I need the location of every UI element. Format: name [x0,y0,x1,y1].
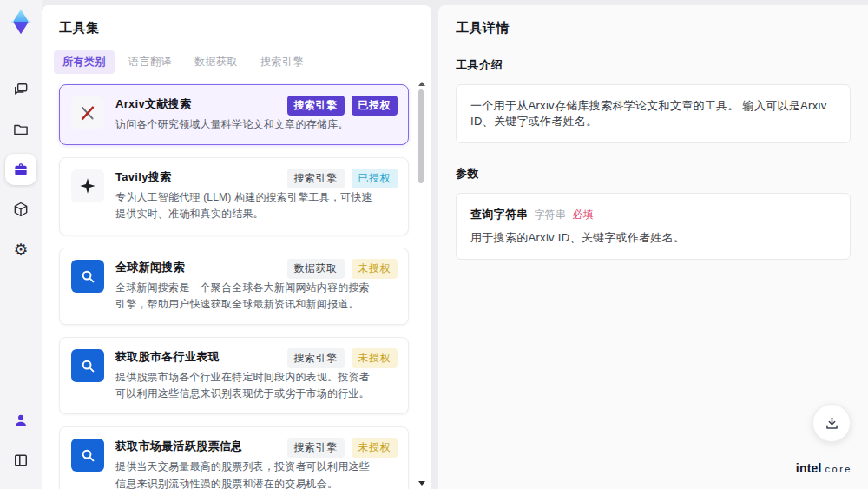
tool-intro-text: 一个用于从Arxiv存储库搜索科学论文和文章的工具。 输入可以是Arxiv ID… [470,99,827,128]
tab-data[interactable]: 数据获取 [186,50,247,74]
detail-title: 工具详情 [456,20,851,36]
cube-icon [12,201,30,218]
tavily-icon [71,169,104,202]
tool-list-panel: 工具集 所有类别语言翻译数据获取搜索引擎 Arxiv文献搜索 访问各个研究领域大… [42,5,431,489]
tool-card[interactable]: 获取市场最活跃股票信息 提供当天交易量最高的股票列表，投资者可以利用这些信息来识… [59,426,409,489]
app-logo-icon [6,7,36,36]
workspace: 工具集 所有类别语言翻译数据获取搜索引擎 Arxiv文献搜索 访问各个研究领域大… [42,0,868,489]
core-logo-text: core [825,464,852,474]
category-tabs: 所有类别语言翻译数据获取搜索引擎 [54,50,431,74]
gear-icon: ⚙ [13,241,28,258]
param-name: 查询字符串 [470,207,529,222]
tab-translation[interactable]: 语言翻译 [120,50,181,74]
download-button[interactable] [812,404,851,442]
tab-all[interactable]: 所有类别 [54,50,115,74]
sidebar-item-tools[interactable] [5,154,36,185]
category-tag: 搜索引擎 [287,96,345,116]
intro-section-title: 工具介绍 [456,57,851,73]
tool-card[interactable]: 全球新闻搜索 全球新闻搜索是一个聚合全球各大新闻网站内容的搜索引擎，帮助用户快速… [59,248,409,325]
tool-intro-box: 一个用于从Arxiv存储库搜索科学论文和文章的工具。 输入可以是Arxiv ID… [456,84,851,143]
sidebar-item-chat[interactable] [5,74,36,105]
intel-core-logo: intel core [796,461,852,475]
tool-tags: 搜索引擎 未授权 [287,348,398,368]
param-required-badge: 必填 [572,208,594,222]
category-tag: 搜索引擎 [287,348,345,368]
params-section-title: 参数 [456,166,851,182]
category-tag: 搜索引擎 [287,438,345,458]
arxiv-icon [71,96,104,129]
blue-search-icon [71,439,104,472]
app-sidebar: ⚙ [0,0,42,489]
category-tag: 搜索引擎 [287,169,345,188]
tab-search[interactable]: 搜索引擎 [252,50,312,74]
download-icon [824,415,840,432]
list-scrollbar[interactable] [417,82,425,486]
tool-card[interactable]: Tavily搜索 专为人工智能代理 (LLM) 构建的搜索引擎工具，可快速提供实… [59,157,409,235]
scrollbar-thumb[interactable] [418,89,424,183]
blue-search-icon [71,349,104,382]
tool-tags: 搜索引擎 未授权 [287,438,398,458]
tool-list: Arxiv文献搜索 访问各个研究领域大量科学论文和文章的存储库。 搜索引擎 已授… [59,84,431,489]
panel-toggle-icon [12,452,30,469]
auth-status-badge: 未授权 [352,438,398,458]
param-header: 查询字符串 字符串 必填 [470,207,836,222]
sidebar-item-panel-toggle[interactable] [5,445,36,476]
sidebar-item-user[interactable] [5,405,36,436]
tool-description: 提供当天交易量最高的股票列表，投资者可以利用这些信息来识别流动性强的股票和潜在的… [115,459,372,489]
scroll-up-arrow[interactable] [418,82,425,86]
scroll-down-arrow[interactable] [418,481,425,486]
auth-status-badge: 已授权 [352,169,398,188]
briefcase-icon [12,161,30,178]
blue-search-icon [71,260,104,293]
tool-tags: 搜索引擎 已授权 [287,96,398,116]
tool-detail-panel: 工具详情 工具介绍 一个用于从Arxiv存储库搜索科学论文和文章的工具。 输入可… [438,5,868,489]
tool-tags: 数据获取 未授权 [287,259,398,279]
param-box: 查询字符串 字符串 必填 用于搜索的Arxiv ID、关键字或作者姓名。 [456,193,851,260]
tool-card[interactable]: Arxiv文献搜索 访问各个研究领域大量科学论文和文章的存储库。 搜索引擎 已授… [59,84,409,145]
tool-card[interactable]: 获取股市各行业表现 提供股票市场各个行业在特定时间段内的表现。投资者可以利用这些… [59,337,409,414]
param-description: 用于搜索的Arxiv ID、关键字或作者姓名。 [470,230,836,246]
sidebar-item-packages[interactable] [5,194,36,225]
chat-icon [12,81,30,98]
category-tag: 数据获取 [287,259,345,279]
auth-status-badge: 未授权 [352,348,398,368]
tool-description: 专为人工智能代理 (LLM) 构建的搜索引擎工具，可快速提供实时、准确和真实的结… [115,189,372,222]
tool-description: 访问各个研究领域大量科学论文和文章的存储库。 [115,116,372,133]
sidebar-item-settings[interactable]: ⚙ [5,234,36,265]
page-title: 工具集 [59,20,431,36]
tool-description: 提供股票市场各个行业在特定时间段内的表现。投资者可以利用这些信息来识别表现优于或… [115,369,372,402]
tool-tags: 搜索引擎 已授权 [287,169,398,188]
auth-status-badge: 未授权 [352,259,398,279]
param-type: 字符串 [535,208,567,222]
user-icon [12,412,30,429]
tool-description: 全球新闻搜索是一个聚合全球各大新闻网站内容的搜索引擎，帮助用户快速获取全球最新资… [115,280,372,313]
folder-icon [12,121,30,138]
auth-status-badge: 已授权 [352,96,398,116]
sidebar-item-files[interactable] [5,114,36,145]
intel-logo-text: intel [796,461,822,475]
